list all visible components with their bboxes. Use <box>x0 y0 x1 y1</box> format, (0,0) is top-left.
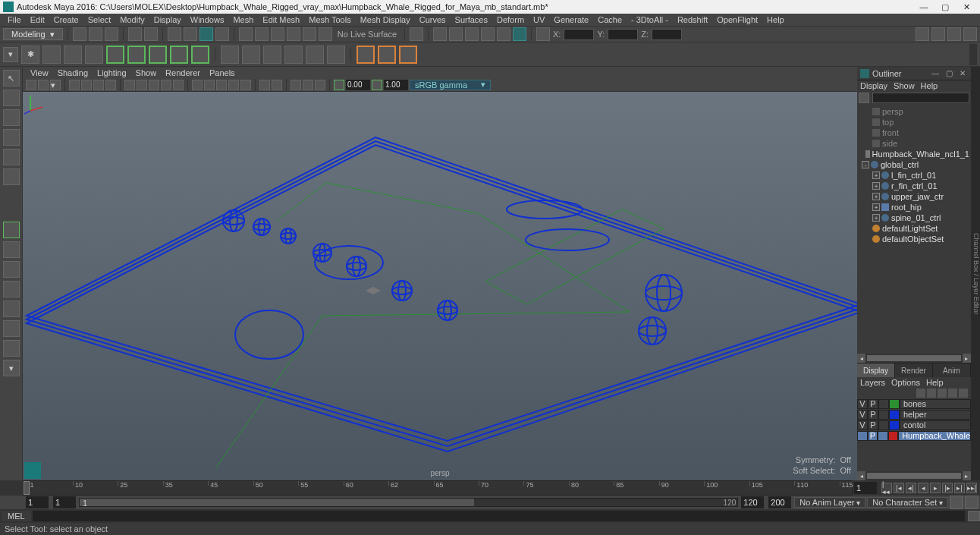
menu-cache[interactable]: Cache <box>593 15 627 24</box>
render-view-icon[interactable] <box>481 27 495 41</box>
tool-obj4-icon[interactable] <box>170 46 188 64</box>
vpmenu-renderer[interactable]: Renderer <box>161 68 205 77</box>
vp-colorspace-select[interactable]: sRGB gamma ▾ <box>410 80 491 90</box>
ipr-icon[interactable] <box>449 27 463 41</box>
tool-edge-icon[interactable] <box>64 46 82 64</box>
step-fwd-button[interactable]: |▸ <box>942 483 953 493</box>
scroll-left-icon[interactable]: ◂ <box>857 354 865 363</box>
outliner-search-input[interactable] <box>872 93 969 103</box>
vpmenu-shading[interactable]: Shading <box>53 68 93 77</box>
scale-tool-icon[interactable] <box>3 168 20 185</box>
layout-persp-icon[interactable] <box>3 301 20 317</box>
lasso-tool-icon[interactable] <box>3 90 20 106</box>
open-scene-icon[interactable] <box>89 27 102 41</box>
layer-vis-toggle[interactable]: V <box>857 420 868 430</box>
history-icon[interactable] <box>410 27 423 41</box>
layer-color-swatch[interactable] <box>889 399 900 409</box>
vp-gate-icon[interactable] <box>93 80 104 90</box>
layout-icon4[interactable] <box>963 27 977 41</box>
menu-redshift[interactable]: Redshift <box>673 15 712 24</box>
vp-gamma-value[interactable]: 1.00 <box>384 80 408 90</box>
vpmenu-show[interactable]: Show <box>131 68 162 77</box>
menu-openflight[interactable]: OpenFlight <box>712 15 762 24</box>
layer-extra-toggle[interactable] <box>878 420 889 430</box>
outliner-item[interactable]: Humpback_Whale_ncl1_1 <box>859 149 969 159</box>
layout-more-icon[interactable]: ▾ <box>3 360 20 376</box>
layer-tab-anim[interactable]: Anim <box>933 363 971 377</box>
outliner-close-button[interactable]: ✕ <box>957 68 968 79</box>
outliner-item[interactable]: defaultObjectSet <box>859 234 969 244</box>
layer-btn4-icon[interactable] <box>948 389 957 398</box>
tree-expand-icon[interactable]: + <box>872 193 880 200</box>
close-button[interactable]: ✕ <box>956 1 977 13</box>
step-back-button[interactable]: ◂| <box>906 483 916 493</box>
outliner-item[interactable]: front <box>859 127 969 138</box>
tool-op3-icon[interactable] <box>263 46 281 64</box>
tool-op1-icon[interactable] <box>221 46 239 64</box>
layermenu-layers[interactable]: Layers <box>860 378 885 387</box>
range-start-input[interactable]: 1 <box>53 496 76 508</box>
new-scene-icon[interactable] <box>73 27 86 41</box>
sel-mode-icon[interactable] <box>168 27 181 41</box>
vp-xray2-icon[interactable] <box>303 80 313 90</box>
vp-grid-icon[interactable] <box>69 80 80 90</box>
maximize-button[interactable]: ▢ <box>934 1 956 13</box>
tree-expand-icon[interactable]: + <box>872 203 880 211</box>
layout-icon2[interactable] <box>931 27 945 41</box>
vp-light4-icon[interactable] <box>228 80 239 90</box>
vp-iso1-icon[interactable] <box>259 80 270 90</box>
layers-hscroll[interactable]: ◂ ▸ <box>857 471 971 480</box>
menu-editmesh[interactable]: Edit Mesh <box>258 15 304 24</box>
outliner-min-button[interactable]: — <box>930 68 941 79</box>
menu-display[interactable]: Display <box>149 15 186 24</box>
mel-label[interactable]: MEL <box>2 511 31 521</box>
step-fwd-key-button[interactable]: ▸| <box>954 483 965 493</box>
vp-exposure-value[interactable]: 0.00 <box>346 80 370 90</box>
script-editor-icon[interactable] <box>968 511 980 521</box>
menu-mesh[interactable]: Mesh <box>228 15 258 24</box>
menu-curves[interactable]: Curves <box>415 15 451 24</box>
hypershade-icon[interactable] <box>497 27 510 41</box>
play-back-button[interactable]: ◂ <box>918 483 928 493</box>
snap-surface-icon[interactable] <box>303 27 316 41</box>
vp-img-icon[interactable]: ▾ <box>50 80 61 90</box>
outliner-filter-icon[interactable] <box>859 93 869 103</box>
mel-input[interactable] <box>33 511 965 521</box>
vpmenu-lighting[interactable]: Lighting <box>93 68 131 77</box>
menu-deform[interactable]: Deform <box>492 15 529 24</box>
vp-iso2-icon[interactable] <box>272 80 282 90</box>
go-end-button[interactable]: ▸▸| <box>966 483 977 493</box>
sel-mode2-icon[interactable] <box>184 27 197 41</box>
tool-op6-icon[interactable] <box>327 46 345 64</box>
outmenu-show[interactable]: Show <box>894 81 915 90</box>
vp-res-icon[interactable] <box>105 80 116 90</box>
outliner-item[interactable]: persp <box>859 106 969 117</box>
tool-op2-icon[interactable] <box>242 46 260 64</box>
layer-row[interactable]: VPbones <box>857 398 971 409</box>
vp-shade4-icon[interactable] <box>161 80 171 90</box>
menu-meshdisplay[interactable]: Mesh Display <box>356 15 415 24</box>
sel-mode4-icon[interactable] <box>215 27 229 41</box>
viewport-canvas[interactable]: persp Symmetry: Off Soft Select: Off <box>23 92 857 480</box>
scroll-left-icon[interactable]: ◂ <box>857 471 865 480</box>
outliner-hscroll[interactable]: ◂ ▸ <box>857 354 971 363</box>
layer-type-toggle[interactable]: P <box>868 431 878 441</box>
tool-vertex-icon[interactable] <box>42 46 61 64</box>
menu-surfaces[interactable]: Surfaces <box>451 15 492 24</box>
layer-new-icon[interactable] <box>959 389 968 398</box>
redo-icon[interactable] <box>144 27 158 41</box>
tool-obj5-icon[interactable] <box>191 46 209 64</box>
vp-xray-icon[interactable] <box>291 80 301 90</box>
snap-curve-icon[interactable] <box>255 27 269 41</box>
scroll-thumb[interactable] <box>867 473 961 479</box>
vp-shade2-icon[interactable] <box>137 80 147 90</box>
outliner-item[interactable]: +upper_jaw_ctr <box>859 191 969 202</box>
vp-film-icon[interactable] <box>81 80 92 90</box>
layer-vis-toggle[interactable]: V <box>857 410 868 420</box>
menu-windows[interactable]: Windows <box>186 15 229 24</box>
rotate-tool-icon[interactable] <box>3 149 20 165</box>
render-icon[interactable] <box>433 27 447 41</box>
shelf-collapse-icon[interactable]: ▾ <box>3 47 18 62</box>
outliner-item[interactable]: +spine_01_ctrl <box>859 212 969 223</box>
layer-vis-toggle[interactable] <box>857 431 868 441</box>
